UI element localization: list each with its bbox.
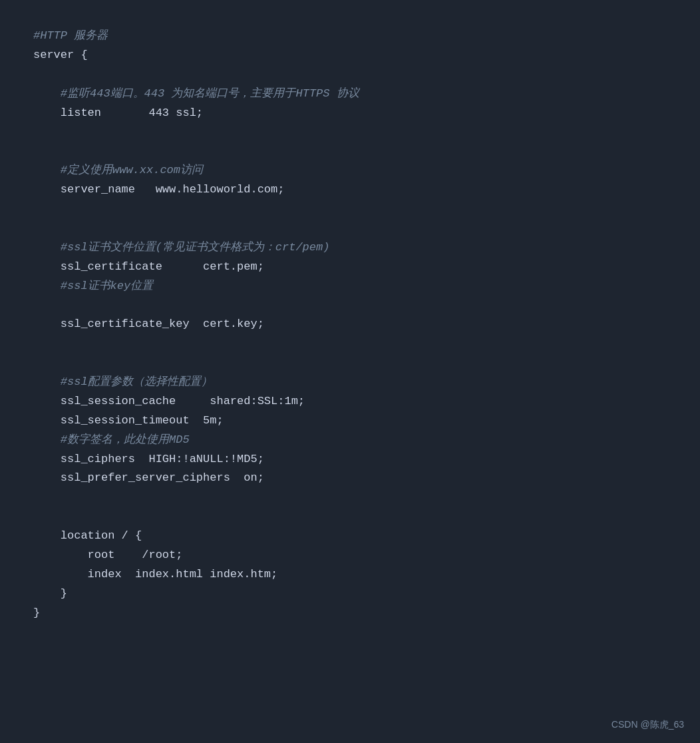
code-line: ssl_ciphers HIGH:!aNULL:!MD5; (33, 450, 667, 469)
empty-line (33, 296, 667, 315)
code-comment: #ssl配置参数（选择性配置） (33, 373, 667, 392)
code-line: server { (33, 46, 667, 65)
code-line: ssl_certificate_key cert.key; (33, 315, 667, 334)
empty-line (33, 334, 667, 354)
empty-line (33, 123, 667, 142)
empty-line (33, 507, 667, 527)
code-comment: #监听443端口。443 为知名端口号，主要用于HTTPS 协议 (33, 85, 667, 104)
code-line: index index.html index.htm; (33, 565, 667, 585)
code-line: } (33, 585, 667, 604)
code-container: #HTTP 服务器server { #监听443端口。443 为知名端口号，主要… (0, 0, 700, 743)
code-line: server_name www.helloworld.com; (33, 180, 667, 200)
code-comment: #HTTP 服务器 (33, 27, 667, 46)
code-block: #HTTP 服务器server { #监听443端口。443 为知名端口号，主要… (33, 27, 667, 623)
code-line: ssl_certificate cert.pem; (33, 258, 667, 277)
code-comment: #ssl证书key位置 (33, 277, 667, 296)
empty-line (33, 142, 667, 161)
watermark: CSDN @陈虎_63 (612, 719, 684, 731)
code-comment: #数字签名，此处使用MD5 (33, 431, 667, 450)
empty-line (33, 354, 667, 373)
empty-line (33, 65, 667, 85)
code-comment: #定义使用www.xx.com访问 (33, 161, 667, 180)
empty-line (33, 200, 667, 219)
code-line: ssl_session_timeout 5m; (33, 411, 667, 431)
code-comment: #ssl证书文件位置(常见证书文件格式为：crt/pem) (33, 238, 667, 258)
empty-line (33, 219, 667, 238)
code-line: } (33, 604, 667, 623)
empty-line (33, 488, 667, 507)
code-line: location / { (33, 527, 667, 546)
code-line: ssl_prefer_server_ciphers on; (33, 469, 667, 488)
code-line: ssl_session_cache shared:SSL:1m; (33, 392, 667, 411)
code-line: listen 443 ssl; (33, 104, 667, 123)
code-line: root /root; (33, 546, 667, 565)
